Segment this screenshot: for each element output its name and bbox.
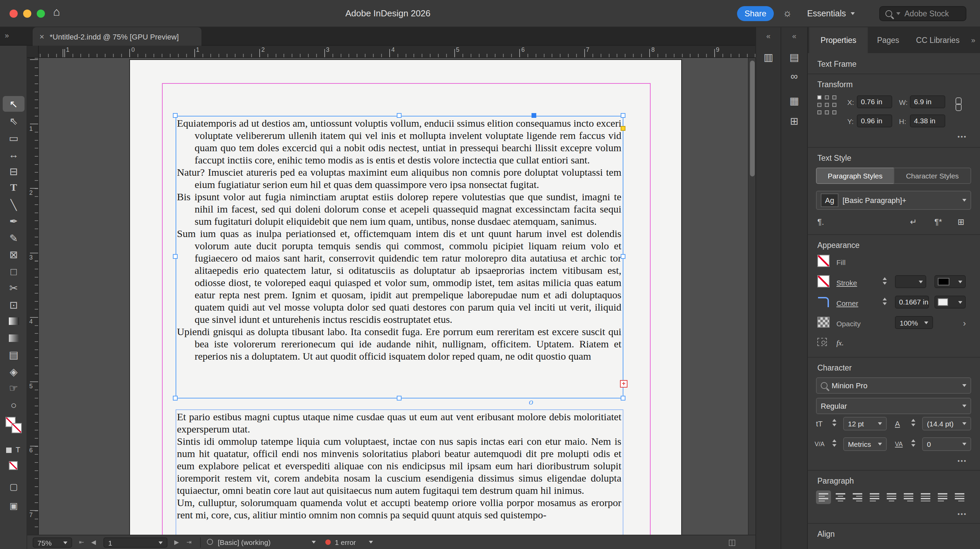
leading-stepper[interactable]	[911, 419, 915, 426]
corner-style-select[interactable]	[934, 295, 966, 308]
align-towards-spine-button[interactable]	[935, 490, 950, 504]
justify-last-left-button[interactable]	[867, 490, 882, 504]
links-panel-icon[interactable]: ∞	[781, 71, 807, 81]
scissors-tool[interactable]: ✂	[3, 280, 24, 295]
type-tool[interactable]: T	[3, 180, 24, 195]
justify-all-button[interactable]	[918, 490, 933, 504]
screen-mode-button[interactable]: ▢	[0, 482, 27, 492]
stroke-weight-select[interactable]	[895, 275, 926, 288]
expand-panel-icon[interactable]: »	[971, 36, 975, 44]
error-menu-chevron[interactable]	[369, 541, 373, 544]
transform-more-options-icon[interactable]: •••	[958, 134, 967, 140]
collapse-panels-icon[interactable]: «	[781, 32, 807, 40]
zoom-level-select[interactable]: 75%	[33, 538, 72, 547]
character-styles-button[interactable]: Character Styles	[894, 168, 971, 184]
font-size-select[interactable]: 12 pt	[843, 417, 887, 431]
y-input[interactable]: 0.96 in	[857, 115, 892, 128]
tab-properties[interactable]: Properties	[809, 27, 868, 53]
zoom-tool[interactable]: ○	[3, 397, 24, 413]
corner-label[interactable]: Corner	[837, 299, 858, 307]
formatting-affects-text-button[interactable]: T	[16, 445, 20, 454]
paragraph-style-selector[interactable]: Ag [Basic Paragraph]+	[816, 191, 971, 210]
layers-panel-icon[interactable]: ▤	[781, 52, 807, 62]
previous-page-button[interactable]: ◀	[91, 535, 96, 549]
paragraph-styles-button[interactable]: Paragraph Styles	[816, 168, 894, 184]
share-button[interactable]: Share	[737, 6, 774, 21]
vertical-ruler[interactable]: 1 2 3 4 5 6 7	[27, 58, 39, 535]
collapsed-panel-icon[interactable]: ▥	[756, 52, 781, 62]
align-right-button[interactable]	[850, 490, 865, 504]
tab-overflow-icon[interactable]: »	[5, 31, 9, 40]
opacity-flyout-arrow[interactable]: ›	[963, 319, 966, 328]
text-frame-1-selected[interactable]: Equiatemporis ad ut destios am, untiossu…	[176, 116, 624, 399]
selection-tool[interactable]: ↖	[3, 96, 24, 112]
h-input[interactable]: 4.38 in	[910, 115, 945, 128]
preflight-menu-icon[interactable]: ◫	[728, 535, 736, 549]
pen-tool[interactable]: ✒	[3, 213, 24, 229]
fullscreen-window-button[interactable]	[37, 10, 45, 18]
opacity-select[interactable]: 100%	[895, 316, 933, 329]
tab-pages[interactable]: Pages	[870, 27, 906, 53]
corner-radius-input[interactable]: 0.1667 in	[895, 295, 929, 308]
document-tab[interactable]: × *Untitled-2.indd @ 75% [GPU Preview]	[33, 27, 202, 46]
fx-label[interactable]: fx.	[837, 338, 843, 347]
selection-handle[interactable]	[620, 254, 625, 259]
w-input[interactable]: 6.9 in	[910, 95, 945, 108]
fill-swatch[interactable]	[817, 255, 830, 267]
swatches-panel-icon[interactable]: ▦	[781, 95, 807, 105]
apply-none-button[interactable]	[9, 461, 18, 470]
corner-radius-stepper[interactable]	[883, 298, 887, 305]
kerning-stepper[interactable]	[832, 439, 837, 447]
font-family-select[interactable]: Minion Pro	[816, 377, 971, 394]
x-input[interactable]: 0.76 in	[857, 95, 892, 108]
paragraph-mark-icon[interactable]: ¶.	[817, 218, 824, 226]
page-tool[interactable]: ▭	[3, 130, 24, 146]
stroke-label[interactable]: Stroke	[837, 279, 857, 287]
selection-handle[interactable]	[173, 113, 178, 118]
close-window-button[interactable]	[10, 10, 18, 18]
close-tab-icon[interactable]: ×	[40, 32, 44, 41]
tracking-select[interactable]: 0	[922, 437, 971, 451]
adobe-stock-search[interactable]: Adobe Stock	[879, 6, 966, 21]
constrain-dimensions-icon[interactable]	[955, 97, 963, 112]
line-tool[interactable]: ╲	[3, 197, 24, 212]
reference-point-proxy[interactable]	[817, 95, 837, 115]
formatting-affects-container-button[interactable]	[6, 447, 11, 453]
ruler-origin-box[interactable]	[27, 46, 39, 58]
next-page-button[interactable]: ▶	[174, 535, 179, 549]
content-collector-tool[interactable]: ⊟	[3, 163, 24, 179]
gap-tool[interactable]: ↔	[3, 147, 24, 162]
paragraph-more-options-icon[interactable]: •••	[958, 511, 967, 518]
font-size-stepper[interactable]	[832, 419, 837, 426]
stroke-color-select[interactable]	[934, 275, 966, 288]
lightbulb-icon[interactable]: ☼	[783, 8, 792, 18]
character-more-options-icon[interactable]: •••	[958, 458, 967, 464]
scrollbar-thumb[interactable]	[750, 61, 755, 176]
home-icon[interactable]: ⌂	[53, 6, 60, 18]
selection-handle-filled[interactable]	[531, 113, 536, 118]
pasteboard[interactable]: Et pario estibus magni cuptus utaque nim…	[39, 58, 756, 535]
clear-override-icon[interactable]: ¶*	[934, 218, 942, 226]
note-tool[interactable]: ▤	[3, 347, 24, 362]
redefine-style-icon[interactable]: ↵	[910, 218, 917, 226]
overset-text-port[interactable]: +	[620, 380, 627, 388]
error-count-label[interactable]: 1 error	[335, 535, 356, 549]
minimize-window-button[interactable]	[23, 10, 31, 18]
effects-mask-icon[interactable]	[817, 338, 827, 346]
gradient-feather-tool[interactable]	[3, 330, 24, 346]
corner-options-handle[interactable]	[620, 126, 625, 131]
rectangle-frame-tool[interactable]: ⊠	[3, 247, 24, 262]
selection-handle[interactable]	[173, 254, 178, 259]
last-page-button[interactable]: ⇥	[186, 535, 192, 549]
page-number-select[interactable]: 1	[103, 538, 167, 547]
preflight-profile-label[interactable]: [Basic] (working)	[218, 535, 270, 549]
direct-selection-tool[interactable]: ⇖	[3, 113, 24, 129]
create-style-icon[interactable]: ⊞	[958, 218, 964, 226]
text-frame-2[interactable]: Et pario estibus magni cuptus utaque nim…	[176, 409, 624, 535]
tab-cc-libraries[interactable]: CC Libraries	[908, 27, 967, 53]
collapse-panels-icon[interactable]: «	[756, 32, 781, 40]
pages-panel-icon[interactable]: ⊞	[781, 116, 807, 126]
stroke-swatch[interactable]	[817, 275, 830, 287]
free-transform-tool[interactable]: ⊡	[3, 297, 24, 313]
selection-handle[interactable]	[397, 113, 401, 118]
